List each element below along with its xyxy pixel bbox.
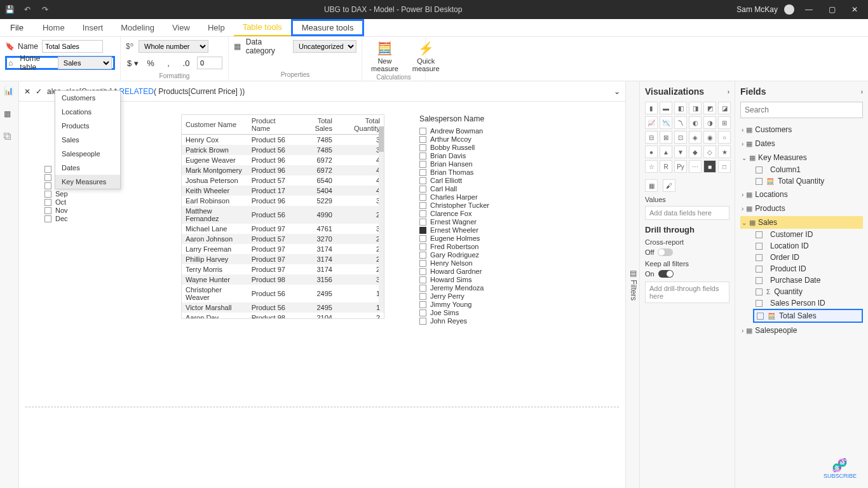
viz-type-icon[interactable]: ◧ <box>674 102 687 114</box>
slicer-item[interactable]: Charles Harper <box>419 193 534 201</box>
slicer-item[interactable]: Brian Thomas <box>419 168 534 176</box>
table-row[interactable]: Matthew FernandezProduct 5649902 <box>182 206 384 224</box>
field-table-header[interactable]: ›▦Locations <box>740 188 863 201</box>
slicer-item[interactable]: Ernest Wheeler <box>419 226 534 234</box>
tab-insert[interactable]: Insert <box>74 19 112 36</box>
slicer-item[interactable]: Carl Hall <box>419 185 534 193</box>
comma-button[interactable]: , <box>161 56 175 70</box>
viz-type-icon[interactable]: 📉 <box>660 116 672 129</box>
field-item[interactable]: Column1 <box>753 164 863 175</box>
field-item[interactable]: Sales Person ID <box>753 297 863 309</box>
viz-type-icon[interactable]: R <box>660 160 672 173</box>
minimize-icon[interactable]: — <box>801 5 817 14</box>
table-scrollbar[interactable] <box>379 126 384 307</box>
dropdown-item[interactable]: Sales <box>55 133 120 147</box>
table-row[interactable]: Terry MorrisProduct 9731742 <box>182 264 384 274</box>
dropdown-item[interactable]: Salespeople <box>55 147 120 161</box>
undo-icon[interactable]: ↶ <box>23 5 32 14</box>
model-view-icon[interactable]: ⿻ <box>4 132 15 144</box>
quick-measure-button[interactable]: ⚡ Quick measure <box>409 39 444 74</box>
subscribe-badge[interactable]: 🧬 SUBSCRIBE <box>824 458 857 479</box>
fields-collapse-icon[interactable]: › <box>861 88 863 95</box>
dropdown-item[interactable]: Products <box>55 119 120 133</box>
field-item[interactable]: Customer ID <box>753 229 863 240</box>
filters-panel-toggle[interactable]: ▤ Filters <box>625 81 639 488</box>
close-icon[interactable]: ✕ <box>846 5 863 14</box>
viz-type-icon[interactable]: ▬ <box>660 102 672 114</box>
viz-type-icon[interactable]: ▮ <box>645 102 658 114</box>
tab-modeling[interactable]: Modeling <box>112 19 163 36</box>
table-row[interactable]: Eugene WeaverProduct 9669724 <box>182 155 384 165</box>
slicer-item[interactable]: John Reyes <box>419 317 534 325</box>
visualization-picker[interactable]: ▮▬◧◨◩◪📈📉〽◐◑⊞⊟⊠⊡◈◉○●▲▼◆◇★☆RPy⋯■□ <box>645 102 729 173</box>
slicer-item[interactable]: Gary Rodriguez <box>419 251 534 259</box>
table-row[interactable]: Aaron JohnsonProduct 5732702 <box>182 234 384 244</box>
slicer-item[interactable]: Eugene Holmes <box>419 234 534 242</box>
slicer-item[interactable]: Jeremy Mendoza <box>419 284 534 292</box>
table-row[interactable]: Phillip HarveyProduct 9731742 <box>182 254 384 264</box>
slicer-item[interactable]: Howard Gardner <box>419 268 534 275</box>
file-tab[interactable]: File <box>0 19 34 36</box>
formula-cancel-icon[interactable]: ✕ <box>24 87 31 96</box>
slicer-item[interactable]: Jerry Perry <box>419 292 534 300</box>
redo-icon[interactable]: ↷ <box>41 5 50 14</box>
tab-view[interactable]: View <box>163 19 199 36</box>
field-item[interactable]: 🧮Total Quantity <box>753 175 863 187</box>
table-row[interactable]: Patrick BrownProduct 5674853 <box>182 145 384 155</box>
slicer-item[interactable]: Christopher Tucker <box>419 201 534 209</box>
month-item[interactable]: Oct <box>44 198 108 206</box>
fields-search-input[interactable] <box>740 102 863 118</box>
viz-type-icon[interactable]: 〽 <box>674 116 687 129</box>
table-row[interactable]: Aaron DayProduct 9821042 <box>182 313 384 318</box>
field-item[interactable]: 🧮Total Sales <box>753 309 863 323</box>
field-item[interactable]: Purchase Date <box>753 274 863 286</box>
viz-type-icon[interactable]: ◩ <box>703 102 716 114</box>
viz-type-icon[interactable]: ■ <box>703 160 716 173</box>
formula-text[interactable]: ales, ales[Quantity] * RELATED( Products… <box>47 87 609 96</box>
name-input[interactable] <box>42 40 103 53</box>
slicer-item[interactable]: Brian Davis <box>419 152 534 159</box>
viz-type-icon[interactable]: ◨ <box>689 102 702 114</box>
user-avatar[interactable] <box>784 4 794 15</box>
report-view-icon[interactable]: 📊 <box>4 86 15 98</box>
month-item[interactable]: Dec <box>44 215 108 222</box>
field-table-header[interactable]: ›▦Customers <box>740 123 863 136</box>
viz-type-icon[interactable]: ◉ <box>703 131 716 144</box>
slicer-item[interactable]: Carl Elliott <box>419 177 534 184</box>
viz-type-icon[interactable]: ◆ <box>689 146 702 158</box>
tab-home[interactable]: Home <box>34 19 74 36</box>
dropdown-item[interactable]: Customers <box>55 91 120 105</box>
field-table-header[interactable]: ›▦Products <box>740 202 863 215</box>
table-row[interactable]: Michael LaneProduct 9747613 <box>182 224 384 234</box>
slicer-item[interactable]: Brian Hansen <box>419 160 534 168</box>
table-row[interactable]: Victor MarshallProduct 5624951 <box>182 302 384 313</box>
field-item[interactable]: Product ID <box>753 263 863 274</box>
viz-type-icon[interactable]: Py <box>674 160 687 173</box>
field-item[interactable]: Order ID <box>753 252 863 263</box>
keep-filters-toggle[interactable] <box>658 270 674 278</box>
format-select[interactable]: Whole number <box>139 40 208 53</box>
table-row[interactable]: Keith WheelerProduct 1754044 <box>182 186 384 196</box>
decimal-input[interactable] <box>197 57 222 69</box>
viz-type-icon[interactable]: ◑ <box>703 116 716 129</box>
viz-type-icon[interactable]: ⊡ <box>674 131 687 144</box>
data-category-select[interactable]: Uncategorized <box>293 40 356 53</box>
month-item[interactable]: Nov <box>44 207 108 214</box>
table-row[interactable]: Larry FreemanProduct 9731742 <box>182 244 384 254</box>
decimals-button[interactable]: .0 <box>179 56 193 70</box>
field-table-header[interactable]: ⌄▦Sales <box>740 216 863 229</box>
save-icon[interactable]: 💾 <box>5 5 14 14</box>
table-row[interactable]: Wayne HunterProduct 9831563 <box>182 274 384 285</box>
field-table-header[interactable]: ›▦Dates <box>740 137 863 150</box>
viz-type-icon[interactable]: ⊟ <box>645 131 658 144</box>
slicer-item[interactable]: Henry Nelson <box>419 259 534 267</box>
field-table-header[interactable]: ›▦Salespeople <box>740 324 863 337</box>
table-row[interactable]: Mark MontgomeryProduct 9669724 <box>182 165 384 175</box>
dropdown-item[interactable]: Key Measures <box>55 175 120 189</box>
table-row[interactable]: Henry CoxProduct 5674853 <box>182 135 384 146</box>
salesperson-slicer[interactable]: Salesperson Name Andrew BowmanArthur Mcc… <box>419 114 534 325</box>
maximize-icon[interactable]: ▢ <box>824 5 840 14</box>
slicer-item[interactable]: Ernest Wagner <box>419 218 534 226</box>
viz-type-icon[interactable]: 📈 <box>645 116 658 129</box>
viz-type-icon[interactable]: ◈ <box>689 131 702 144</box>
